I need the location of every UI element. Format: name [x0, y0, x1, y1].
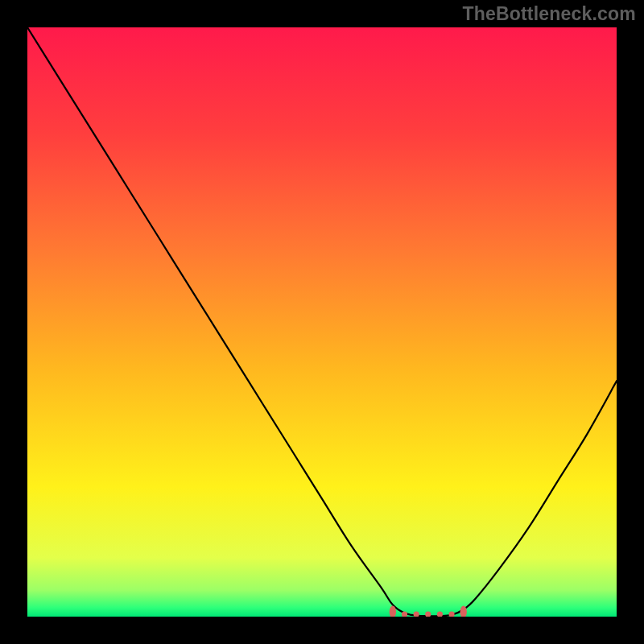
bottleneck-curve-chart [27, 27, 617, 617]
attribution-text: TheBottleneck.com [462, 3, 636, 25]
chart-frame: TheBottleneck.com [0, 0, 644, 644]
